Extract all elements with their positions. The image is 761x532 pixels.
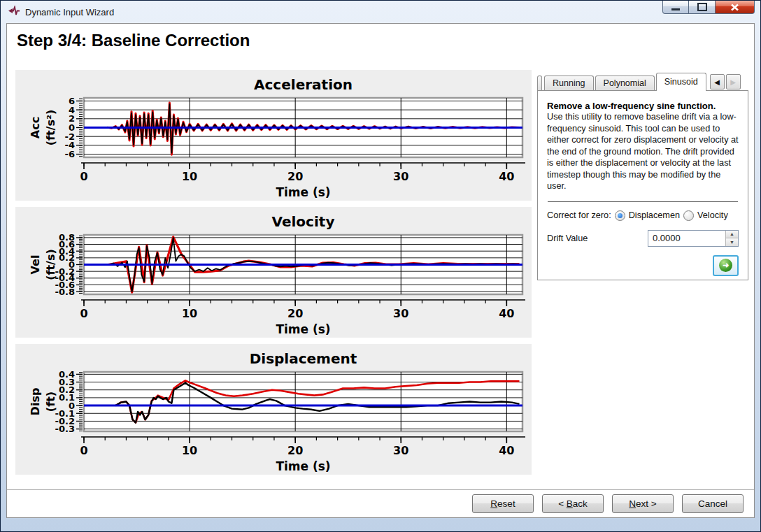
- svg-text:10: 10: [182, 170, 197, 183]
- dynamic-input-wizard-window: Dynamic Input Wizard Step 3/4: Baseline …: [0, 0, 761, 532]
- velocity-radio[interactable]: [683, 210, 694, 221]
- velocity-radio-label[interactable]: Velocity: [697, 210, 728, 220]
- svg-text:0: 0: [80, 307, 87, 320]
- maximize-button[interactable]: [689, 1, 716, 14]
- tab-polynomial[interactable]: Polynomial: [595, 76, 655, 91]
- svg-text:30: 30: [393, 307, 408, 320]
- minimize-button[interactable]: [662, 1, 689, 14]
- back-button[interactable]: < Back: [542, 494, 604, 513]
- drift-value-spinbox: ▲ ▼: [648, 230, 739, 247]
- svg-text:30: 30: [393, 170, 408, 183]
- next-button[interactable]: Next >: [612, 494, 674, 513]
- titlebar[interactable]: Dynamic Input Wizard: [1, 1, 760, 23]
- tab-scroll-arrows: ◀ ▶: [710, 74, 741, 89]
- svg-text:30: 30: [393, 444, 408, 457]
- cancel-button[interactable]: Cancel: [682, 494, 744, 513]
- svg-text:20: 20: [287, 444, 303, 457]
- svg-text:-0.8: -0.8: [55, 287, 75, 297]
- drift-value-row: Drift Value ▲ ▼: [547, 230, 739, 247]
- chevron-right-icon: ▶: [730, 78, 736, 86]
- drift-value-label: Drift Value: [547, 233, 588, 243]
- correction-options-panel: RunningPolynomialSinusoid ◀ ▶ Remove a l…: [537, 73, 748, 280]
- drift-value-input[interactable]: [648, 231, 725, 246]
- svg-text:Time (s): Time (s): [276, 459, 330, 473]
- acceleration-chart: AccelerationAcc(ft/s²)6420-2-4-601020304…: [15, 70, 532, 201]
- window-title: Dynamic Input Wizard: [25, 7, 114, 17]
- svg-text:-6: -6: [65, 149, 75, 159]
- spin-buttons: ▲ ▼: [725, 231, 738, 246]
- close-button[interactable]: [716, 1, 755, 14]
- panel-intro-text: Use this utility to remove baseline drif…: [547, 111, 739, 192]
- svg-text:0: 0: [80, 444, 87, 457]
- tab-scroll-left-button[interactable]: ◀: [710, 74, 725, 89]
- svg-text:Acc: Acc: [29, 117, 42, 138]
- svg-text:20: 20: [287, 170, 303, 183]
- sinusoid-tab-panel: Remove a low-frequency sine function. Us…: [537, 90, 748, 280]
- tab-partial[interactable]: [537, 76, 542, 91]
- tab-running[interactable]: Running: [544, 76, 594, 91]
- svg-text:Time (s): Time (s): [276, 185, 330, 199]
- svg-text:Displacement: Displacement: [250, 350, 357, 367]
- svg-text:40: 40: [499, 170, 514, 183]
- tab-strip: RunningPolynomialSinusoid: [544, 73, 708, 91]
- seismic-wave-icon: [8, 6, 20, 19]
- svg-text:Velocity: Velocity: [272, 213, 335, 230]
- wizard-content: Step 3/4: Baseline Correction Accelerati…: [6, 23, 755, 518]
- svg-text:(ft/s²): (ft/s²): [44, 110, 57, 146]
- window-controls: [662, 1, 755, 14]
- footer-buttons: Reset< BackNext >Cancel: [472, 494, 754, 513]
- close-icon: [730, 3, 739, 11]
- displacement-radio[interactable]: [615, 210, 625, 221]
- svg-text:Acceleration: Acceleration: [254, 76, 353, 93]
- svg-text:40: 40: [499, 307, 514, 320]
- tab-bar: RunningPolynomialSinusoid ◀ ▶: [537, 73, 748, 91]
- spin-down-button[interactable]: ▼: [726, 238, 738, 246]
- svg-text:10: 10: [182, 444, 197, 457]
- apply-correction-button[interactable]: ➜: [713, 255, 739, 276]
- svg-text:10: 10: [182, 307, 197, 320]
- correct-for-zero-label: Correct for zero:: [547, 210, 611, 220]
- footer: Reset< BackNext >Cancel: [7, 489, 754, 517]
- svg-text:-0.3: -0.3: [55, 424, 75, 434]
- charts-column: AccelerationAcc(ft/s²)6420-2-4-601020304…: [15, 70, 532, 481]
- go-arrow-icon: ➜: [719, 259, 732, 272]
- minimize-icon: [671, 8, 680, 10]
- svg-text:Vel: Vel: [29, 255, 42, 275]
- chevron-left-icon: ◀: [714, 78, 720, 86]
- panel-intro-bold: Remove a low-frequency sine function.: [547, 101, 739, 111]
- tab-scroll-right-button[interactable]: ▶: [726, 74, 741, 89]
- tab-sinusoid[interactable]: Sinusoid: [656, 73, 706, 91]
- spin-up-button[interactable]: ▲: [726, 231, 738, 238]
- reset-button[interactable]: Reset: [472, 494, 534, 513]
- step-heading: Step 3/4: Baseline Correction: [17, 31, 250, 50]
- correct-for-zero-row: Correct for zero: Displacemen Velocity: [547, 210, 739, 221]
- displacement-chart: DisplacementDisp(ft)0.40.30.20.10-0.1-0.…: [15, 344, 532, 475]
- svg-text:Disp: Disp: [29, 388, 42, 416]
- svg-text:Time (s): Time (s): [276, 322, 330, 336]
- svg-text:40: 40: [499, 444, 514, 457]
- apply-row: ➜: [547, 255, 739, 276]
- svg-text:20: 20: [287, 307, 303, 320]
- maximize-icon: [697, 3, 707, 11]
- divider: [548, 201, 738, 202]
- svg-text:0: 0: [80, 170, 87, 183]
- velocity-chart: VelocityVel(ft/s)0.80.60.40.20-0.2-0.4-0…: [15, 207, 532, 338]
- displacement-radio-label[interactable]: Displacemen: [629, 210, 680, 220]
